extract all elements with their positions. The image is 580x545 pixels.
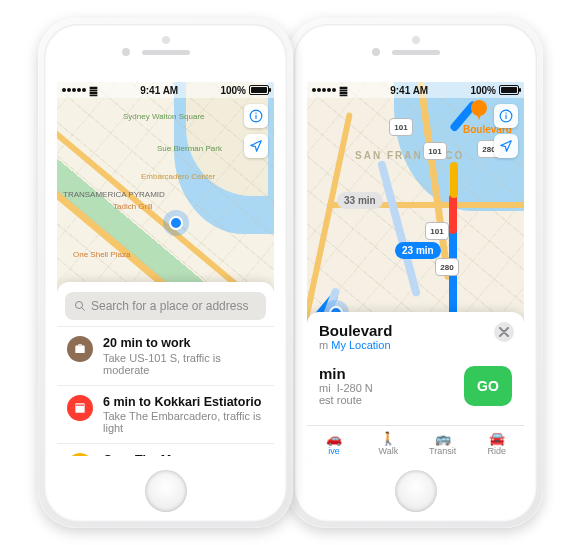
battery-icon xyxy=(499,85,519,95)
tab-ride[interactable]: 🚘Ride xyxy=(470,426,524,462)
suggestion-row-work[interactable]: 20 min to workTake US-101 S, traffic is … xyxy=(57,326,274,385)
route-estimate: min mi I-280 N est route xyxy=(319,365,373,406)
status-time: 9:41 AM xyxy=(140,85,178,96)
ride-icon: 🚘 xyxy=(489,432,505,445)
search-sheet[interactable]: Search for a place or address 20 min to … xyxy=(57,282,274,462)
route-shield: 101 xyxy=(423,142,447,160)
route-shield: 101 xyxy=(389,118,413,136)
locate-me-button[interactable] xyxy=(494,134,518,158)
current-location-dot xyxy=(169,216,183,230)
info-icon xyxy=(249,109,263,123)
svg-rect-5 xyxy=(255,113,256,114)
route-sheet[interactable]: Boulevard m My Location min mi I-280 N e… xyxy=(307,312,524,462)
device-left: Sydney Walton Square Sue Bierman Park TR… xyxy=(38,18,293,528)
briefcase-icon xyxy=(67,336,93,362)
transport-tabs: 🚗ive 🚶Walk 🚌Transit 🚘Ride xyxy=(307,425,524,462)
info-button[interactable] xyxy=(244,104,268,128)
info-button[interactable] xyxy=(494,104,518,128)
svg-rect-1 xyxy=(505,115,506,119)
eta-alt-badge: 33 min xyxy=(337,192,383,209)
status-bar: ䷀ 9:41 AM 100% xyxy=(57,82,274,98)
map-label: Sydney Walton Square xyxy=(123,112,205,121)
map-label: TRANSAMERICA PYRAMID xyxy=(63,190,165,199)
device-right: SAN FRANCISCO 101 101 280 101 280 xyxy=(288,18,543,528)
close-icon xyxy=(499,327,509,337)
destination-pin[interactable] xyxy=(471,100,487,122)
home-button[interactable] xyxy=(395,470,437,512)
screen-right: SAN FRANCISCO 101 101 280 101 280 xyxy=(307,82,524,462)
from-location-link[interactable]: My Location xyxy=(331,339,390,351)
status-bar: ䷀ 9:41 AM 100% xyxy=(307,82,524,98)
screen-left: Sydney Walton Square Sue Bierman Park TR… xyxy=(57,82,274,462)
signal-strength-icon xyxy=(62,88,86,92)
map-label: Embarcadero Center xyxy=(141,172,215,181)
go-button[interactable]: GO xyxy=(464,366,512,406)
calendar-icon xyxy=(67,395,93,421)
transit-icon: 🚌 xyxy=(435,432,451,445)
search-placeholder: Search for a place or address xyxy=(91,299,248,313)
locate-me-button[interactable] xyxy=(244,134,268,158)
battery-percentage: 100% xyxy=(470,85,496,96)
search-input[interactable]: Search for a place or address xyxy=(65,292,266,320)
svg-line-7 xyxy=(82,308,85,311)
suggestions-list: 20 min to workTake US-101 S, traffic is … xyxy=(57,326,274,456)
home-button[interactable] xyxy=(145,470,187,512)
status-time: 9:41 AM xyxy=(390,85,428,96)
map-label: Sue Bierman Park xyxy=(157,144,222,153)
battery-icon xyxy=(249,85,269,95)
info-icon xyxy=(499,109,513,123)
svg-rect-2 xyxy=(505,113,506,114)
tab-transit[interactable]: 🚌Transit xyxy=(416,426,470,462)
tab-drive[interactable]: 🚗ive xyxy=(307,426,361,462)
map-label: Tadich Grill xyxy=(113,202,153,211)
map-label: One Shell Plaza xyxy=(73,250,130,259)
location-arrow-icon xyxy=(499,139,513,153)
location-arrow-icon xyxy=(249,139,263,153)
route-shield: 280 xyxy=(435,258,459,276)
walk-icon: 🚶 xyxy=(380,432,396,445)
route-shield: 101 xyxy=(425,222,449,240)
tab-walk[interactable]: 🚶Walk xyxy=(361,426,415,462)
car-icon: 🚗 xyxy=(326,432,342,445)
close-button[interactable] xyxy=(494,322,514,342)
star-icon xyxy=(67,453,93,456)
search-icon xyxy=(74,300,86,312)
battery-percentage: 100% xyxy=(220,85,246,96)
svg-rect-4 xyxy=(255,115,256,119)
signal-strength-icon xyxy=(312,88,336,92)
city-label: SAN FRANCISCO xyxy=(355,150,464,161)
suggestion-row-calendar[interactable]: 6 min to Kokkari EstiatorioTake The Emba… xyxy=(57,385,274,444)
from-line: m My Location xyxy=(319,339,512,351)
suggestion-row-favorite[interactable]: Over The Moon xyxy=(57,443,274,456)
destination-title: Boulevard xyxy=(319,322,512,339)
eta-primary-badge: 23 min xyxy=(395,242,441,259)
